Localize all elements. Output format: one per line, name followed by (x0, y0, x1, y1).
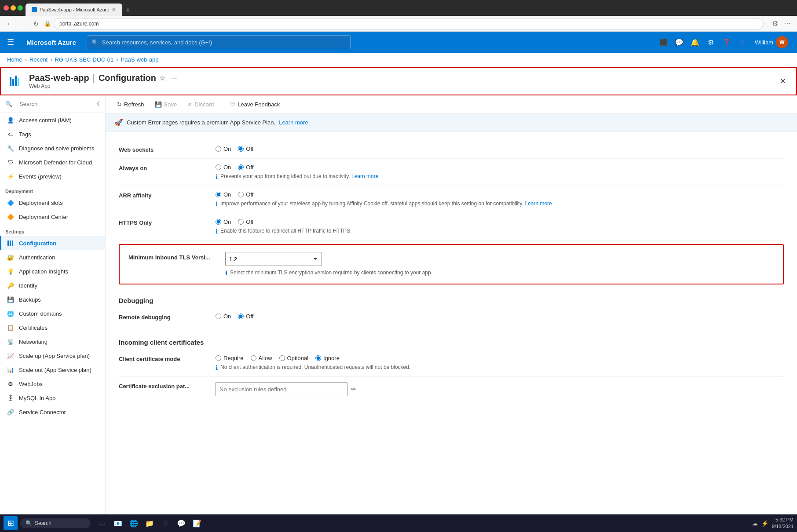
feedback-nav-icon[interactable]: 💬 (672, 35, 686, 49)
tab-close-icon[interactable]: ✕ (112, 7, 116, 13)
taskbar-app-2[interactable]: 📧 (111, 516, 125, 530)
deployment-center-icon: 🔶 (7, 213, 15, 221)
sidebar-collapse-btn[interactable]: 《 (94, 100, 100, 108)
sidebar-item-events[interactable]: ⚡ Events (preview) (0, 169, 105, 183)
arr-off[interactable]: Off (238, 191, 253, 198)
sidebar-item-networking[interactable]: 📡 Networking (0, 335, 105, 349)
svg-rect-4 (7, 240, 9, 246)
feedback-icon: ♡ (230, 101, 235, 108)
sidebar-item-backups[interactable]: 💾 Backups (0, 292, 105, 306)
settings-icon[interactable]: ⚙ (704, 35, 718, 49)
https-on[interactable]: On (216, 219, 231, 225)
tls-version-select[interactable]: 1.0 1.1 1.2 (225, 252, 322, 266)
web-app-icon (8, 73, 24, 89)
client-certs-section-label: Incoming client certificates (119, 335, 784, 346)
always-on-hint: Prevents your app from being idled out d… (220, 173, 378, 179)
always-on-learn-more[interactable]: Learn more (351, 173, 378, 179)
arr-on[interactable]: On (216, 191, 231, 198)
browser-menu-btn[interactable]: ⋯ (782, 18, 793, 29)
breadcrumb-app[interactable]: PaaS-web-app (121, 56, 159, 63)
edit-icon[interactable]: ✏ (351, 386, 356, 393)
cert-require[interactable]: Require (216, 355, 244, 361)
discard-btn[interactable]: ✕ Discard (183, 99, 218, 110)
taskbar-app-7[interactable]: 📝 (190, 516, 204, 530)
deployment-slots-icon: 🔷 (7, 199, 15, 207)
sidebar-item-deployment-slots[interactable]: 🔷 Deployment slots (0, 196, 105, 210)
breadcrumb-rg[interactable]: RG-UKS-SEC-DOC-01 (55, 56, 114, 63)
new-tab-btn[interactable]: + (122, 4, 133, 16)
taskbar-search[interactable]: 🔍 Search (20, 518, 91, 528)
always-on-on[interactable]: On (216, 164, 231, 171)
tls-label: Minimum Inbound TLS Versi... (128, 252, 216, 261)
diagnose-icon: 🔧 (7, 144, 15, 152)
sidebar-item-service-connector[interactable]: 🔗 Service Connector (0, 405, 105, 419)
help-icon[interactable]: ❓ (720, 35, 734, 49)
sidebar-item-defender[interactable]: 🛡 Microsoft Defender for Cloud (0, 155, 105, 169)
cert-ignore[interactable]: Ignore (315, 355, 340, 361)
sidebar-item-diagnose[interactable]: 🔧 Diagnose and solve problems (0, 141, 105, 155)
sidebar-item-authentication[interactable]: 🔐 Authentication (0, 250, 105, 264)
refresh-btn[interactable]: ↻ Refresh (113, 99, 149, 110)
sidebar-item-certificates[interactable]: 📋 Certificates (0, 321, 105, 335)
sidebar-item-mysql[interactable]: 🗄 MySQL In App (0, 391, 105, 405)
web-sockets-off[interactable]: Off (238, 146, 253, 152)
nav-lock-icon: 🔒 (44, 20, 51, 27)
feedback-btn[interactable]: ♡ Leave Feedback (226, 99, 284, 110)
taskbar-search-label: Search (35, 520, 51, 526)
nav-refresh-btn[interactable]: ↻ (31, 18, 41, 29)
taskbar-app-5[interactable]: ⚙ (158, 516, 172, 530)
nav-forward-btn[interactable]: → (18, 18, 28, 29)
arr-affinity-row: ARR affinity On Off (119, 186, 784, 213)
taskbar-app-1[interactable]: 🗂 (95, 516, 109, 530)
arr-learn-more[interactable]: Learn more (525, 200, 552, 207)
https-off[interactable]: Off (238, 219, 253, 225)
cert-optional[interactable]: Optional (279, 355, 308, 361)
favorite-btn[interactable]: ☆ (158, 73, 168, 83)
sidebar-item-webjobs[interactable]: ⚙ WebJobs (0, 377, 105, 391)
notifications-icon[interactable]: 🔔 (688, 35, 702, 49)
taskbar-app-4[interactable]: 📁 (143, 516, 157, 530)
https-hint: Enable this feature to redirect all HTTP… (220, 228, 351, 234)
breadcrumb-recent[interactable]: Recent (29, 56, 48, 63)
sidebar-item-identity[interactable]: 🔑 Identity (0, 278, 105, 292)
browser-tab[interactable]: PaaS-web-app - Microsoft Azure ✕ (26, 4, 122, 16)
sidebar-item-scale-up[interactable]: 📈 Scale up (App Service plan) (0, 349, 105, 363)
page-close-btn[interactable]: ✕ (776, 75, 789, 87)
sidebar-item-scale-out[interactable]: 📊 Scale out (App Service plan) (0, 363, 105, 377)
debugging-section-label: Debugging (119, 293, 784, 304)
breadcrumb-home[interactable]: Home (7, 56, 22, 63)
sidebar-item-access-control[interactable]: 👤 Access control (IAM) (0, 113, 105, 127)
save-btn[interactable]: 💾 Save (150, 99, 182, 110)
account-icon[interactable]: 👤 (735, 35, 749, 49)
arr-affinity-label: ARR affinity (119, 191, 207, 199)
start-btn[interactable]: ⊞ (4, 516, 18, 530)
banner-learn-more-link[interactable]: Learn more (279, 119, 308, 126)
always-on-row: Always on On Off (119, 159, 784, 186)
sidebar-item-app-insights[interactable]: 💡 Application Insights (0, 264, 105, 278)
taskbar-app-3[interactable]: 🌐 (127, 516, 141, 530)
cert-allow[interactable]: Allow (251, 355, 272, 361)
defender-icon: 🛡 (7, 158, 15, 166)
taskbar-pinned-apps: 🗂 📧 🌐 📁 ⚙ 💬 📝 (95, 516, 204, 530)
nav-back-btn[interactable]: ← (4, 18, 15, 29)
avatar: W (776, 36, 788, 48)
sidebar-item-configuration[interactable]: Configuration (0, 236, 105, 250)
cloud-shell-icon[interactable]: ⬛ (656, 35, 670, 49)
more-options-btn[interactable]: ··· (169, 73, 179, 83)
always-on-off[interactable]: Off (238, 164, 253, 171)
cert-exclusion-input[interactable] (216, 382, 347, 396)
taskbar-app-6[interactable]: 💬 (174, 516, 188, 530)
address-bar[interactable] (54, 18, 764, 29)
browser-settings-btn[interactable]: ⚙ (770, 18, 780, 29)
sidebar-item-tags[interactable]: 🏷 Tags (0, 127, 105, 141)
sidebar-search-input[interactable] (16, 99, 90, 109)
web-sockets-on[interactable]: On (216, 146, 231, 152)
azure-search-bar[interactable]: 🔍 Search resources, services, and docs (… (87, 35, 351, 49)
remote-debug-on[interactable]: On (216, 313, 231, 320)
sidebar-item-custom-domains[interactable]: 🌐 Custom domains (0, 306, 105, 321)
sidebar-item-deployment-center[interactable]: 🔶 Deployment Center (0, 210, 105, 224)
refresh-icon: ↻ (117, 101, 122, 108)
user-menu[interactable]: William W (751, 36, 792, 48)
hamburger-menu-icon[interactable]: ☰ (5, 36, 16, 49)
remote-debug-off[interactable]: Off (238, 313, 253, 320)
